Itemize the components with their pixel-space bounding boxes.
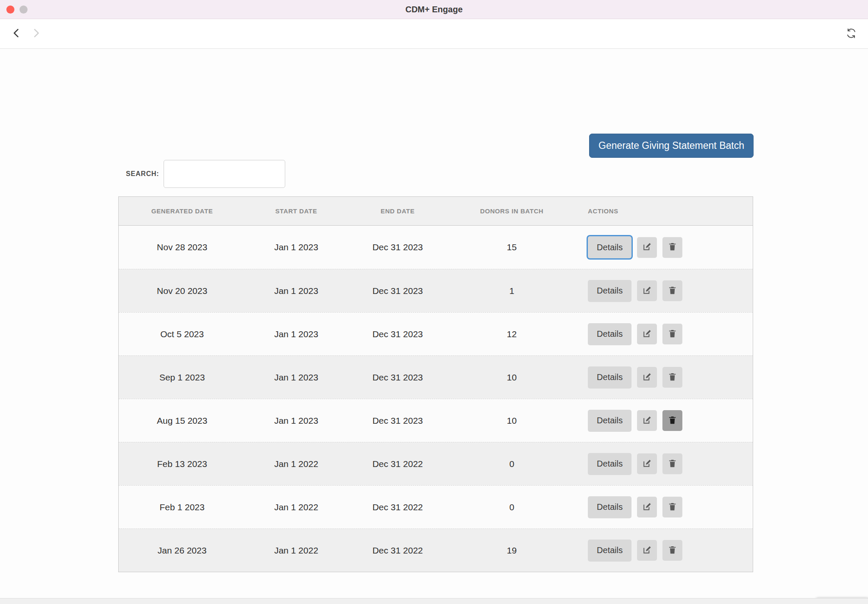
search-bar: SEARCH:	[118, 160, 285, 188]
table-row: Nov 20 2023 Jan 1 2023 Dec 31 2023 1 Det…	[119, 269, 753, 312]
delete-button[interactable]	[662, 410, 682, 431]
trash-icon	[668, 459, 677, 470]
column-header-generated-date: GENERATED DATE	[119, 207, 245, 215]
edit-pencil-icon	[642, 242, 652, 253]
edit-button[interactable]	[637, 540, 657, 561]
search-input[interactable]	[164, 160, 285, 188]
start-date-cell: Jan 1 2022	[245, 502, 347, 512]
delete-button[interactable]	[662, 540, 682, 561]
traffic-lights	[6, 0, 28, 19]
minimize-button[interactable]	[19, 6, 28, 14]
details-button[interactable]: Details	[588, 453, 632, 475]
table-row: Nov 28 2023 Jan 1 2023 Dec 31 2023 15 De…	[119, 226, 753, 269]
delete-button[interactable]	[662, 237, 682, 258]
column-header-start-date: START DATE	[245, 207, 347, 215]
donors-in-batch-cell: 1	[448, 286, 575, 296]
refresh-icon	[846, 28, 857, 40]
column-header-end-date: END DATE	[347, 207, 448, 215]
delete-button[interactable]	[662, 453, 682, 474]
trash-icon	[668, 329, 677, 340]
chevron-right-icon	[31, 28, 42, 40]
actions-cell: Details	[575, 453, 753, 475]
donors-in-batch-cell: 0	[448, 459, 575, 469]
table-row: Feb 13 2023 Jan 1 2022 Dec 31 2022 0 Det…	[119, 442, 753, 485]
edit-button[interactable]	[637, 280, 657, 301]
edit-pencil-icon	[642, 459, 652, 470]
edit-pencil-icon	[642, 545, 652, 556]
generated-date-cell: Sep 1 2023	[119, 372, 245, 383]
column-header-donors-in-batch: DONORS IN BATCH	[448, 207, 575, 215]
actions-cell: Details	[575, 366, 753, 389]
generate-giving-statement-batch-button[interactable]: Generate Giving Statement Batch	[589, 134, 754, 158]
actions-cell: Details	[575, 496, 753, 518]
actions-cell: Details	[575, 410, 753, 432]
actions-cell: Details	[575, 323, 753, 345]
chevron-left-icon	[11, 28, 22, 40]
edit-button[interactable]	[637, 367, 657, 388]
donors-in-batch-cell: 15	[448, 242, 575, 252]
donors-in-batch-cell: 10	[448, 372, 575, 383]
close-button[interactable]	[6, 6, 14, 14]
details-button[interactable]: Details	[588, 236, 632, 258]
delete-button[interactable]	[662, 324, 682, 344]
table-row: Aug 15 2023 Jan 1 2023 Dec 31 2023 10 De…	[119, 399, 753, 442]
titlebar: CDM+ Engage	[0, 0, 868, 19]
refresh-button[interactable]	[846, 28, 857, 40]
back-button[interactable]	[11, 28, 22, 40]
donors-in-batch-cell: 19	[448, 545, 575, 556]
start-date-cell: Jan 1 2023	[245, 286, 347, 296]
app-window: CDM+ Engage Generate Giving Statement Ba…	[0, 0, 868, 604]
start-date-cell: Jan 1 2023	[245, 372, 347, 383]
start-date-cell: Jan 1 2023	[245, 416, 347, 426]
generated-date-cell: Feb 1 2023	[119, 502, 245, 512]
giving-statement-batches-table: GENERATED DATE START DATE END DATE DONOR…	[118, 196, 753, 572]
table-header-row: GENERATED DATE START DATE END DATE DONOR…	[119, 197, 753, 226]
details-button[interactable]: Details	[588, 366, 632, 389]
table-row: Oct 5 2023 Jan 1 2023 Dec 31 2023 12 Det…	[119, 312, 753, 355]
end-date-cell: Dec 31 2023	[347, 286, 448, 296]
generated-date-cell: Oct 5 2023	[119, 329, 245, 339]
table-row: Feb 1 2023 Jan 1 2022 Dec 31 2022 0 Deta…	[119, 485, 753, 528]
start-date-cell: Jan 1 2022	[245, 459, 347, 469]
generated-date-cell: Jan 26 2023	[119, 545, 245, 556]
end-date-cell: Dec 31 2023	[347, 372, 448, 383]
start-date-cell: Jan 1 2022	[245, 545, 347, 556]
details-button[interactable]: Details	[588, 496, 632, 518]
end-date-cell: Dec 31 2023	[347, 329, 448, 339]
edit-button[interactable]	[637, 410, 657, 431]
end-date-cell: Dec 31 2022	[347, 502, 448, 512]
forward-button[interactable]	[31, 28, 42, 40]
trash-icon	[668, 545, 677, 556]
delete-button[interactable]	[662, 280, 682, 301]
window-bottom-edge	[0, 598, 868, 604]
edit-button[interactable]	[637, 453, 657, 474]
table-rows: Nov 28 2023 Jan 1 2023 Dec 31 2023 15 De…	[119, 226, 753, 572]
details-button[interactable]: Details	[588, 280, 632, 302]
actions-cell: Details	[575, 540, 753, 562]
generated-date-cell: Feb 13 2023	[119, 459, 245, 469]
search-label: SEARCH:	[126, 170, 159, 178]
donors-in-batch-cell: 0	[448, 502, 575, 512]
delete-button[interactable]	[662, 367, 682, 388]
donors-in-batch-cell: 12	[448, 329, 575, 339]
generated-date-cell: Nov 20 2023	[119, 286, 245, 296]
generated-date-cell: Aug 15 2023	[119, 416, 245, 426]
table-row: Sep 1 2023 Jan 1 2023 Dec 31 2023 10 Det…	[119, 355, 753, 399]
end-date-cell: Dec 31 2023	[347, 242, 448, 252]
trash-icon	[668, 502, 677, 513]
edit-pencil-icon	[642, 415, 652, 426]
toolbar	[0, 19, 868, 49]
details-button[interactable]: Details	[588, 410, 632, 432]
trash-icon	[668, 285, 677, 296]
generated-date-cell: Nov 28 2023	[119, 242, 245, 252]
details-button[interactable]: Details	[588, 540, 632, 562]
edit-pencil-icon	[642, 502, 652, 513]
edit-button[interactable]	[637, 497, 657, 517]
trash-icon	[668, 242, 677, 253]
edit-button[interactable]	[637, 237, 657, 258]
delete-button[interactable]	[662, 497, 682, 517]
window-title: CDM+ Engage	[405, 5, 462, 14]
details-button[interactable]: Details	[588, 323, 632, 345]
actions-cell: Details	[575, 236, 753, 258]
edit-button[interactable]	[637, 324, 657, 344]
